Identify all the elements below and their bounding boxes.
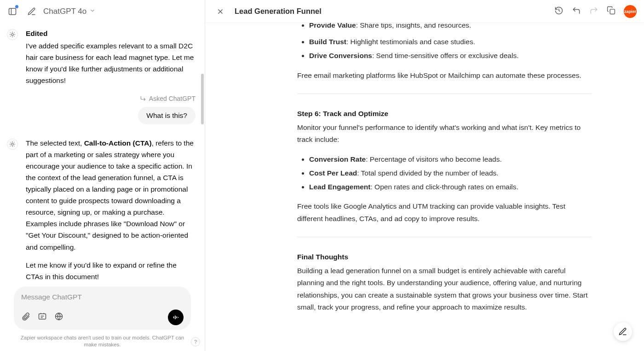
doc-heading: Step 6: Track and Optimize [297, 110, 592, 118]
divider [297, 237, 592, 237]
composer [0, 287, 205, 333]
message-input[interactable] [21, 293, 184, 301]
tools-icon[interactable] [38, 312, 47, 323]
list-item: Lead Engagement: Open rates and click-th… [309, 180, 592, 194]
attach-icon[interactable] [21, 312, 30, 323]
doc-list: Build Trust: Highlight testimonials and … [297, 35, 592, 63]
assistant-message: Edited I've added specific examples rele… [9, 28, 196, 87]
assistant-text: I've added specific examples relevant to… [26, 40, 196, 86]
document-panel: Lead Generation Funnel zapier [205, 0, 644, 351]
disclaimer: Zapier workspace chats aren't used to tr… [0, 333, 205, 351]
divider [297, 94, 592, 94]
doc-list: Provide Value: Share tips, insights, and… [297, 23, 592, 32]
voice-button[interactable] [168, 310, 184, 325]
svg-rect-8 [173, 316, 174, 318]
assistant-avatar-icon [7, 29, 18, 40]
edited-label: Edited [26, 28, 196, 39]
list-item: Build Trust: Highlight testimonials and … [309, 35, 592, 49]
sidebar-toggle-icon[interactable] [5, 4, 20, 19]
user-message: What is this? [138, 107, 196, 124]
doc-paragraph: Monitor your funnel's performance to ide… [297, 122, 592, 146]
copy-icon[interactable] [607, 6, 615, 17]
doc-paragraph: Free tools like Google Analytics and UTM… [297, 200, 592, 225]
document-header: Lead Generation Funnel zapier [205, 0, 644, 23]
chat-header: ChatGPT 4o [0, 0, 205, 23]
close-icon[interactable] [213, 4, 228, 19]
edit-fab[interactable] [614, 322, 632, 341]
history-icon[interactable] [554, 6, 564, 17]
chevron-down-icon [89, 7, 96, 16]
brand-badge[interactable]: zapier [624, 5, 637, 18]
assistant-text: The selected text, Call-to-Action (CTA),… [26, 137, 196, 253]
globe-icon[interactable] [54, 312, 63, 323]
redo-icon[interactable] [589, 6, 598, 17]
svg-rect-14 [610, 9, 615, 14]
assistant-avatar-icon [7, 139, 18, 150]
svg-rect-0 [9, 8, 16, 14]
svg-point-3 [12, 143, 14, 145]
scrollbar[interactable] [201, 25, 204, 287]
document-body[interactable]: Provide Value: Share tips, insights, and… [205, 23, 644, 351]
conversation: Edited I've added specific examples rele… [0, 23, 205, 287]
help-button[interactable]: ? [191, 337, 200, 346]
svg-rect-9 [175, 316, 176, 319]
svg-point-2 [12, 34, 14, 36]
svg-rect-6 [39, 314, 46, 319]
list-item: Conversion Rate: Percentage of visitors … [309, 152, 592, 166]
svg-rect-10 [176, 316, 177, 318]
undo-icon[interactable] [572, 6, 581, 17]
svg-rect-11 [178, 317, 179, 318]
doc-paragraph: Building a lead generation funnel on a s… [297, 265, 592, 313]
list-item: Cost Per Lead: Total spend divided by th… [309, 166, 592, 180]
list-item: Provide Value: Share tips, insights, and… [309, 23, 592, 32]
list-item: Drive Conversions: Send time-sensitive o… [309, 49, 592, 63]
asked-chatgpt-label: Asked ChatGPT [9, 95, 196, 102]
reply-arrow-icon [140, 95, 146, 102]
assistant-message: The selected text, Call-to-Action (CTA),… [9, 137, 196, 287]
model-label: ChatGPT 4o [43, 7, 86, 16]
chat-panel: ChatGPT 4o Edited I've added specific ex… [0, 0, 205, 351]
doc-list: Conversion Rate: Percentage of visitors … [297, 152, 592, 194]
doc-paragraph: Free email marketing platforms like HubS… [297, 70, 592, 82]
model-selector[interactable]: ChatGPT 4o [43, 7, 96, 16]
assistant-text: Let me know if you'd like to expand or r… [26, 259, 196, 282]
doc-heading: Final Thoughts [297, 253, 592, 261]
document-title: Lead Generation Funnel [235, 7, 322, 16]
new-chat-icon[interactable] [24, 4, 40, 19]
